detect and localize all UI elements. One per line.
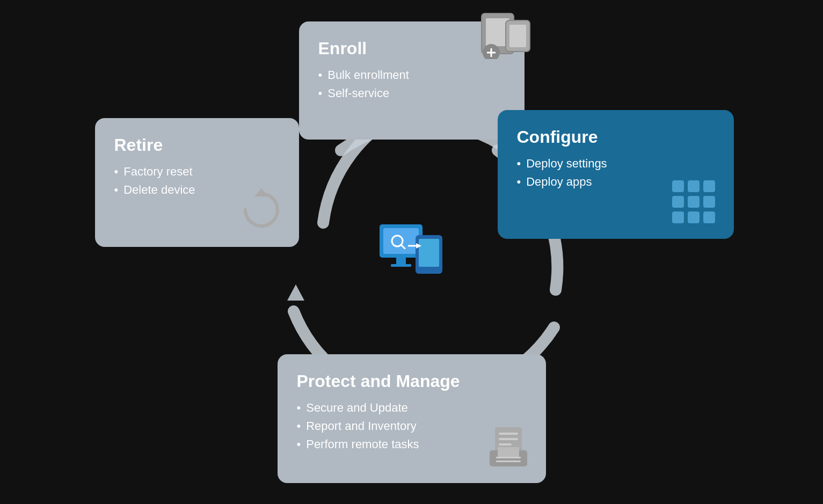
enroll-list: Bulk enrollment Self-service bbox=[318, 68, 505, 100]
svg-marker-9 bbox=[254, 188, 268, 196]
protect-title: Protect and Manage bbox=[297, 371, 527, 391]
svg-rect-16 bbox=[672, 211, 684, 223]
retire-title: Retire bbox=[114, 135, 280, 155]
retire-card: Retire Factory reset Delete device bbox=[95, 118, 299, 247]
svg-marker-1 bbox=[287, 284, 304, 301]
svg-rect-28 bbox=[383, 228, 419, 254]
configure-item-1: Deploy settings bbox=[517, 157, 715, 171]
svg-rect-30 bbox=[391, 264, 411, 267]
svg-rect-22 bbox=[499, 443, 512, 445]
svg-rect-14 bbox=[688, 196, 700, 208]
protect-card: Protect and Manage Secure and Update Rep… bbox=[278, 354, 546, 483]
retire-item-1: Factory reset bbox=[114, 165, 280, 179]
svg-rect-34 bbox=[419, 239, 439, 267]
svg-rect-25 bbox=[496, 461, 521, 462]
center-icon bbox=[377, 222, 447, 283]
enroll-icon bbox=[476, 5, 535, 61]
svg-rect-10 bbox=[672, 180, 684, 192]
protect-icon bbox=[484, 425, 533, 475]
enroll-card: Enroll Bulk enrollment Self-service bbox=[299, 21, 525, 140]
configure-title: Configure bbox=[517, 127, 715, 147]
svg-rect-21 bbox=[499, 438, 518, 440]
configure-card: Configure Deploy settings Deploy apps bbox=[498, 110, 734, 239]
svg-rect-11 bbox=[688, 180, 700, 192]
svg-rect-13 bbox=[672, 196, 684, 208]
configure-icon bbox=[669, 178, 718, 228]
svg-rect-29 bbox=[396, 258, 406, 264]
enroll-item-1: Bulk enrollment bbox=[318, 68, 505, 82]
svg-rect-15 bbox=[703, 196, 715, 208]
svg-rect-26 bbox=[498, 447, 519, 457]
svg-rect-5 bbox=[509, 25, 526, 47]
svg-rect-18 bbox=[703, 211, 715, 223]
svg-rect-12 bbox=[703, 180, 715, 192]
diagram-container: Enroll Bulk enrollment Self-service Reti… bbox=[90, 16, 734, 488]
protect-item-1: Secure and Update bbox=[297, 401, 527, 415]
svg-rect-24 bbox=[496, 457, 521, 458]
enroll-item-2: Self-service bbox=[318, 86, 505, 100]
retire-icon bbox=[237, 186, 286, 236]
svg-rect-20 bbox=[499, 433, 518, 435]
svg-rect-17 bbox=[688, 211, 700, 223]
